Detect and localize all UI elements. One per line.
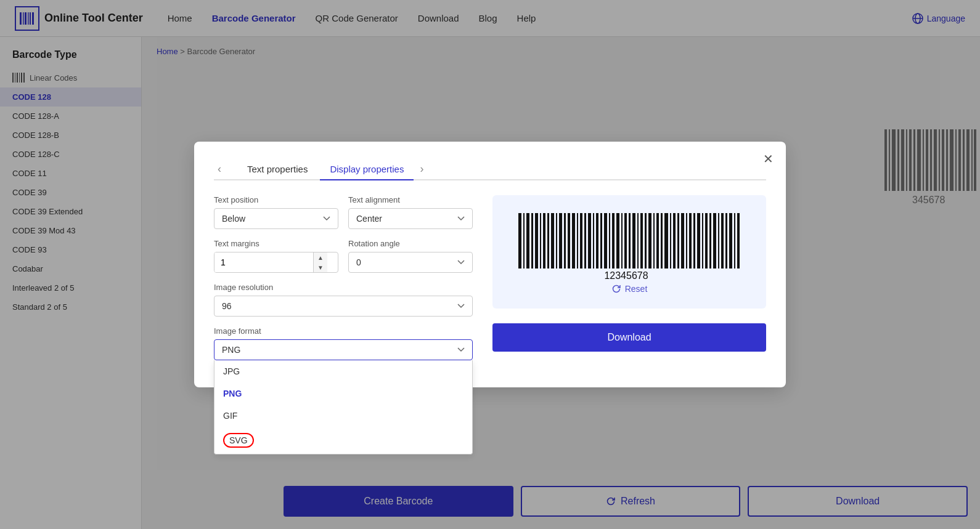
svg-rect-53 [577, 213, 578, 269]
svg-rect-45 [543, 213, 545, 269]
svg-rect-71 [648, 213, 651, 269]
svg-rect-92 [734, 213, 735, 269]
svg-rect-47 [551, 213, 554, 269]
format-svg-label: SVG [223, 433, 254, 448]
modal-download-button[interactable]: Download [492, 323, 766, 352]
modal-body: Text position Below Text alignment Cente… [214, 195, 766, 370]
modal-close-button[interactable]: ✕ [763, 151, 774, 166]
svg-rect-67 [632, 213, 635, 269]
svg-rect-79 [681, 213, 684, 269]
text-alignment-select[interactable]: Center [348, 208, 473, 229]
svg-rect-61 [609, 213, 610, 269]
svg-rect-56 [588, 213, 591, 269]
svg-rect-73 [656, 213, 659, 269]
format-png[interactable]: PNG [214, 382, 472, 405]
svg-rect-40 [523, 213, 525, 269]
svg-rect-68 [637, 213, 639, 269]
image-resolution-label: Image resolution [214, 283, 473, 292]
text-position-label: Text position [214, 195, 338, 204]
text-margins-group: Text margins 1 ▲ ▼ [214, 239, 338, 273]
barcode-preview-area: 12345678 Reset [492, 195, 766, 309]
modal-preview: 12345678 Reset Download [492, 195, 766, 370]
form-row-2: Text margins 1 ▲ ▼ Rotation angle 0 [214, 239, 473, 273]
rotation-angle-group: Rotation angle 0 [348, 239, 473, 273]
svg-rect-81 [689, 213, 692, 269]
svg-rect-70 [645, 213, 647, 269]
svg-rect-48 [556, 213, 557, 269]
image-format-select[interactable]: PNG [214, 339, 473, 360]
image-format-group: Image format PNG JPG PNG GIF SVG [214, 326, 473, 360]
svg-rect-60 [604, 213, 607, 269]
spinner-up[interactable]: ▲ [314, 252, 327, 262]
svg-rect-51 [568, 213, 570, 269]
properties-modal: ✕ ‹ Text properties Display properties ›… [194, 142, 786, 387]
reset-label: Reset [625, 284, 648, 294]
text-alignment-group: Text alignment Center [348, 195, 473, 229]
image-format-label: Image format [214, 326, 473, 336]
svg-rect-84 [702, 213, 703, 269]
svg-rect-54 [580, 213, 582, 269]
svg-rect-89 [721, 213, 724, 269]
svg-rect-76 [670, 213, 671, 269]
reset-link[interactable]: Reset [611, 284, 648, 294]
svg-rect-69 [640, 213, 643, 269]
svg-rect-49 [559, 213, 562, 269]
text-margins-input[interactable]: 1 [214, 252, 313, 272]
tab-nav-right[interactable]: › [416, 163, 427, 176]
svg-rect-63 [616, 213, 619, 269]
rotation-angle-label: Rotation angle [348, 239, 473, 248]
svg-rect-87 [713, 213, 716, 269]
text-alignment-label: Text alignment [348, 195, 473, 204]
svg-rect-44 [540, 213, 541, 269]
svg-rect-86 [709, 213, 711, 269]
svg-rect-46 [547, 213, 549, 269]
svg-rect-82 [693, 213, 695, 269]
tab-display-properties[interactable]: Display properties [320, 159, 414, 180]
svg-rect-55 [584, 213, 586, 269]
svg-rect-59 [600, 213, 602, 269]
svg-rect-58 [596, 213, 598, 269]
text-margins-label: Text margins [214, 239, 338, 248]
text-margins-spinner: 1 ▲ ▼ [214, 252, 338, 273]
barcode-svg: 12345678 [512, 210, 746, 284]
modal-tabs: ‹ Text properties Display properties › [214, 159, 766, 180]
svg-rect-43 [535, 213, 538, 269]
modal-form: Text position Below Text alignment Cente… [214, 195, 473, 370]
format-jpg[interactable]: JPG [214, 360, 472, 382]
svg-rect-41 [526, 213, 529, 269]
svg-rect-64 [621, 213, 623, 269]
text-position-select[interactable]: Below [214, 208, 338, 229]
svg-rect-50 [564, 213, 566, 269]
image-resolution-select[interactable]: 96 [214, 296, 473, 317]
svg-rect-77 [673, 213, 676, 269]
text-position-group: Text position Below [214, 195, 338, 229]
tab-nav-left[interactable]: ‹ [214, 163, 225, 176]
rotation-angle-select[interactable]: 0 [348, 252, 473, 273]
svg-rect-66 [629, 213, 631, 269]
svg-rect-80 [686, 213, 687, 269]
format-gif[interactable]: GIF [214, 405, 472, 427]
tab-text-properties[interactable]: Text properties [237, 159, 317, 180]
svg-rect-52 [572, 213, 575, 269]
svg-rect-83 [697, 213, 700, 269]
spinner-down[interactable]: ▼ [314, 262, 327, 272]
image-resolution-group: Image resolution 96 [214, 283, 473, 317]
svg-rect-42 [531, 213, 533, 269]
svg-rect-90 [725, 213, 727, 269]
svg-rect-39 [518, 213, 521, 269]
svg-rect-62 [612, 213, 615, 269]
reset-icon [611, 284, 621, 294]
svg-rect-88 [718, 213, 719, 269]
svg-rect-74 [661, 213, 663, 269]
modal-overlay: ✕ ‹ Text properties Display properties ›… [0, 0, 980, 529]
svg-rect-78 [677, 213, 679, 269]
format-svg[interactable]: SVG [214, 427, 472, 454]
svg-rect-93 [737, 213, 740, 269]
svg-rect-75 [664, 213, 668, 269]
spinner-buttons: ▲ ▼ [313, 252, 327, 272]
form-row-1: Text position Below Text alignment Cente… [214, 195, 473, 229]
form-row-3: Image resolution 96 [214, 283, 473, 317]
barcode-text: 12345678 [604, 270, 648, 281]
form-row-4: Image format PNG JPG PNG GIF SVG [214, 326, 473, 360]
svg-rect-57 [593, 213, 594, 269]
